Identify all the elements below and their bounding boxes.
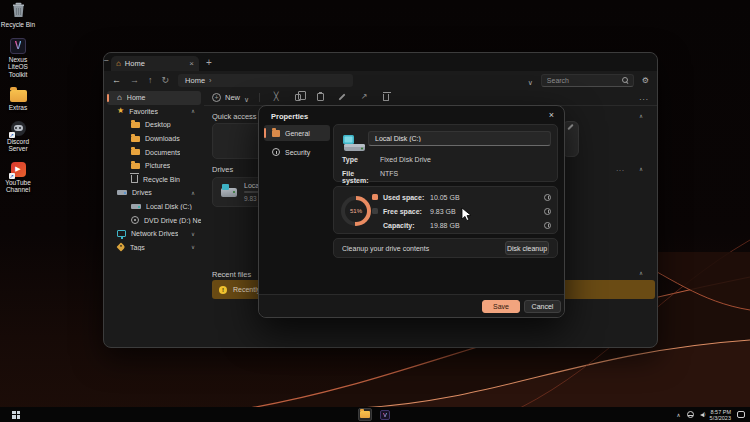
section-collapse-icon[interactable] [639, 270, 643, 276]
cut-icon: ╳ [274, 93, 279, 101]
dialog-nav: General Security [264, 125, 330, 163]
folder-icon [131, 149, 140, 155]
more-options-button[interactable]: ... [639, 93, 649, 102]
taskbar-nexus-toolkit[interactable]: V [378, 408, 392, 421]
copy-icon [295, 94, 301, 101]
dialog-close-icon[interactable] [549, 110, 554, 120]
sidebar-item-desktop[interactable]: Desktop [107, 118, 201, 132]
sidebar-item-tags[interactable]: Tags [107, 241, 201, 255]
taskbar: V 8:57 PM 5/3/2023 [0, 407, 750, 422]
chevron-down-icon[interactable] [191, 231, 195, 237]
sidebar-item-documents[interactable]: Documents [107, 145, 201, 159]
address-bar: ← → ↑ ↻ Home ⚙ [104, 71, 657, 89]
sidebar-item-favorites[interactable]: ★ Favorites [107, 105, 201, 119]
edit-icon [567, 124, 573, 130]
cancel-button[interactable]: Cancel [524, 300, 561, 313]
taskbar-clock[interactable]: 8:57 PM 5/3/2023 [710, 409, 731, 421]
tab-close-icon[interactable] [189, 59, 194, 68]
desktop-icon-label: Nexus LiteOS Toolkit [0, 56, 36, 79]
save-button[interactable]: Save [482, 300, 520, 313]
folder-icon [10, 90, 27, 102]
desktop-icon-nexus-toolkit[interactable]: V Nexus LiteOS Toolkit [0, 38, 36, 79]
chevron-down-icon[interactable] [191, 244, 195, 250]
taskbar-file-explorer[interactable] [358, 408, 372, 421]
home-icon: ⌂ [116, 60, 121, 68]
sidebar-item-dvd-drive[interactable]: DVD Drive (D:) Nexus.Lit [107, 213, 201, 227]
sidebar-item-drives[interactable]: Drives [107, 186, 201, 200]
gear-icon[interactable]: ⚙ [642, 76, 649, 85]
up-icon[interactable]: ↑ [148, 76, 153, 85]
properties-dialog: Properties General Security Type [258, 105, 565, 318]
paste-button[interactable] [314, 91, 326, 103]
chevron-down-icon[interactable] [528, 71, 533, 89]
share-button[interactable]: ↗ [358, 91, 370, 103]
drives-header: Drives [212, 165, 233, 174]
tab-general[interactable]: General [264, 125, 330, 141]
network-icon [117, 230, 126, 237]
drive-icon [117, 190, 127, 195]
tab-security[interactable]: Security [264, 144, 330, 160]
sidebar-item-home[interactable]: ⌂ Home [107, 91, 201, 105]
desktop-icon-extras[interactable]: Extras [0, 87, 36, 112]
section-collapse-icon[interactable] [639, 113, 643, 119]
sidebar-item-local-disk-c[interactable]: Local Disk (C:) [107, 200, 201, 214]
rename-button[interactable] [336, 91, 348, 103]
shortcut-arrow-icon [9, 132, 15, 138]
section-collapse-icon[interactable] [639, 166, 643, 172]
forward-icon[interactable]: → [130, 76, 139, 85]
cut-button[interactable]: ╳ [270, 91, 282, 103]
notification-icon[interactable] [737, 411, 745, 418]
copy-button[interactable] [292, 91, 304, 103]
recycle-bin-icon [131, 175, 138, 183]
drive-name-input[interactable] [368, 131, 551, 146]
plus-icon: + [212, 93, 221, 102]
breadcrumb-chevron-icon [209, 76, 212, 85]
tab-home[interactable]: ⌂ Home [111, 56, 199, 71]
chevron-up-icon[interactable] [191, 190, 195, 196]
chevron-up-icon[interactable] [191, 108, 195, 114]
home-icon: ⌂ [117, 94, 122, 102]
desktop-icon-recycle-bin[interactable]: Recycle Bin [0, 2, 36, 29]
sidebar-item-recycle-bin[interactable]: Recycle Bin [107, 173, 201, 187]
info-icon[interactable] [544, 208, 551, 215]
desktop-icon-label: YouTube Channel [0, 179, 36, 194]
cleanup-card: Cleanup your drive contents Disk cleanup [333, 238, 558, 258]
search-box[interactable] [541, 74, 634, 87]
sidebar-item-network-drives[interactable]: Network Drives [107, 227, 201, 241]
minimize-icon[interactable] [104, 56, 108, 64]
usage-donut: 51% [341, 196, 371, 226]
desktop-icon-discord[interactable]: Discord Server [0, 121, 36, 153]
disk-cleanup-button[interactable]: Disk cleanup [505, 241, 549, 255]
drive-icon [342, 134, 366, 152]
security-tab-icon [272, 148, 280, 156]
refresh-icon[interactable]: ↻ [162, 76, 170, 85]
recycle-bin-icon [10, 2, 27, 19]
usage-percent: 51% [350, 208, 362, 214]
desktop-icon-label: Recycle Bin [1, 21, 35, 29]
search-input[interactable] [547, 77, 617, 84]
used-swatch [372, 194, 378, 200]
desktop-icon-youtube[interactable]: ▶ YouTube Channel [0, 162, 36, 194]
breadcrumb[interactable]: Home [178, 74, 353, 87]
section-more-button[interactable]: ... [616, 165, 625, 172]
clock-date: 5/3/2023 [710, 415, 731, 421]
info-icon[interactable] [544, 194, 551, 201]
sidebar-item-downloads[interactable]: Downloads [107, 132, 201, 146]
new-button[interactable]: + New [212, 88, 249, 106]
drive-usage-card: 51% Used space: 10.05 GB Free space: 9.8… [333, 186, 558, 234]
tray-chevron-icon[interactable] [677, 412, 681, 418]
info-icon[interactable] [544, 222, 551, 229]
tag-icon [116, 243, 125, 252]
info-icon: ! [219, 286, 227, 294]
sidebar: ⌂ Home ★ Favorites Desktop Downloads Doc… [104, 89, 204, 345]
drive-icon [221, 188, 237, 197]
breadcrumb-home[interactable]: Home [185, 76, 205, 85]
delete-button[interactable] [380, 91, 392, 103]
network-icon[interactable] [687, 411, 694, 418]
volume-icon[interactable] [700, 413, 704, 417]
divider [259, 93, 260, 102]
sidebar-item-pictures[interactable]: Pictures [107, 159, 201, 173]
back-icon[interactable]: ← [112, 76, 121, 85]
new-tab-button[interactable]: + [206, 58, 212, 68]
dialog-title: Properties [271, 112, 308, 121]
